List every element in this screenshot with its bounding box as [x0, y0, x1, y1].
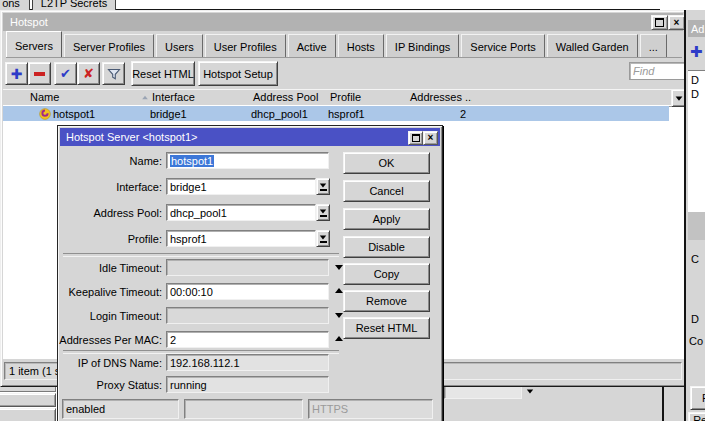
hotspot-server-dialog: Hotspot Server <hotspot1> × Name: hotspo…	[57, 125, 443, 421]
close-button[interactable]: ×	[668, 15, 685, 30]
profile-dropdown-button[interactable]	[316, 230, 330, 247]
fragment-strip	[0, 408, 56, 421]
status-text: enabled	[66, 403, 105, 415]
proxy-status-label: Proxy Status:	[58, 376, 162, 393]
dialog-maximize-button[interactable]	[408, 131, 423, 145]
column-label: Name	[30, 91, 59, 103]
disable-button[interactable]: ✘	[77, 62, 100, 85]
idle-timeout-toggle-icon[interactable]	[335, 265, 343, 270]
right-panel-list: D D	[688, 70, 705, 231]
profile-label: Profile:	[58, 230, 162, 247]
cross-icon: ✘	[83, 66, 94, 81]
proxy-status-value: running	[166, 376, 329, 393]
tab-label: User Profiles	[214, 41, 277, 53]
toolbar: ✚ ✔ ✘ Reset HTML Hotspot Setup	[1, 59, 687, 89]
hotspot-setup-button[interactable]: Hotspot Setup	[198, 61, 278, 86]
disable-button[interactable]: Disable	[343, 236, 430, 258]
tab-users[interactable]: Users	[156, 34, 203, 57]
address-pool-input[interactable]: dhcp_pool1	[166, 204, 316, 221]
chevron-down-icon	[320, 183, 326, 187]
maximize-button[interactable]	[651, 15, 668, 30]
tab-hosts[interactable]: Hosts	[338, 34, 384, 57]
window-titlebar[interactable]: Hotspot	[3, 13, 683, 31]
tab-label: Active	[297, 41, 327, 53]
tab-servers[interactable]: Servers	[6, 31, 62, 57]
addresses-per-mac-toggle-icon[interactable]	[335, 336, 343, 341]
column-label: Address Pool	[253, 91, 318, 103]
add-button[interactable]: ✚	[5, 62, 28, 85]
interface-dropdown-button[interactable]	[316, 178, 330, 195]
tab-ip-bindings[interactable]: IP Bindings	[386, 34, 459, 57]
header-cell-name[interactable]: Name	[26, 89, 153, 105]
copy-button[interactable]: Copy	[343, 263, 430, 285]
header-cell-interface[interactable]: Interface	[148, 89, 254, 105]
tab-active[interactable]: Active	[288, 34, 336, 57]
header-cell-profile[interactable]: Profile	[326, 89, 411, 105]
tab-walled-garden[interactable]: Walled Garden	[547, 34, 638, 57]
button-label: Copy	[374, 268, 400, 280]
header-cell-address-pool[interactable]: Address Pool	[249, 89, 331, 105]
tab-more[interactable]: ...	[640, 34, 667, 57]
table-row[interactable]: hotspot1 bridge1 dhcp_pool1 hsprof1 2	[3, 106, 669, 121]
field-label: Name:	[130, 155, 162, 167]
remove-button[interactable]	[28, 62, 51, 85]
fragment-text: D	[691, 313, 699, 325]
maximize-icon	[655, 18, 664, 27]
find-input[interactable]	[629, 62, 686, 80]
addresses-per-mac-label: Addresses Per MAC:	[58, 331, 162, 348]
right-panel-titlebar: Ad	[688, 20, 705, 37]
dialog-close-button[interactable]: ×	[423, 131, 438, 145]
reset-html-button[interactable]: Reset HTML	[131, 61, 195, 86]
list-item[interactable]: D	[688, 86, 705, 100]
interface-label: Interface:	[58, 178, 162, 195]
chevron-down-icon	[676, 96, 683, 100]
tab-label: Server Profiles	[73, 41, 145, 53]
button-label: Rese	[693, 414, 705, 421]
header-cell-addresses[interactable]: Addresses ...	[406, 89, 477, 105]
field-label: IP of DNS Name:	[78, 357, 162, 369]
header-cell-filler	[472, 89, 675, 105]
button-label: Remove	[366, 295, 407, 307]
addresses-per-mac-input[interactable]: 2	[166, 331, 329, 348]
tab-user-profiles[interactable]: User Profiles	[205, 34, 286, 57]
filter-button[interactable]	[102, 62, 125, 85]
keepalive-timeout-toggle-icon[interactable]	[335, 288, 343, 293]
chevron-down-icon	[527, 389, 533, 393]
remove-icon	[34, 72, 45, 76]
name-input[interactable]: hotspot1	[166, 152, 329, 169]
keepalive-timeout-input[interactable]: 00:00:10	[166, 283, 329, 300]
idle-timeout-input[interactable]	[166, 259, 329, 276]
sort-ascending-icon	[142, 95, 148, 99]
field-value: bridge1	[170, 181, 207, 193]
background-combobox[interactable]	[444, 385, 522, 399]
address-pool-dropdown-button[interactable]	[316, 204, 330, 221]
tab-server-profiles[interactable]: Server Profiles	[64, 34, 154, 57]
cell-interface: bridge1	[150, 108, 187, 120]
add-icon[interactable]: ✚	[690, 43, 703, 61]
status-enabled: enabled	[62, 399, 179, 419]
tab-label: Users	[165, 41, 194, 53]
remove-button[interactable]: Remove	[343, 290, 430, 312]
background-button-fragment[interactable]: R	[690, 386, 705, 410]
interface-input[interactable]: bridge1	[166, 178, 316, 195]
background-button-fragment[interactable]: Rese	[688, 412, 705, 421]
dialog-titlebar[interactable]: Hotspot Server <hotspot1>	[60, 128, 440, 146]
login-timeout-input[interactable]	[166, 307, 329, 324]
field-label: Idle Timeout:	[99, 262, 162, 274]
profile-input[interactable]: hsprof1	[166, 230, 316, 247]
field-value: 192.168.112.1	[170, 357, 240, 369]
ok-button[interactable]: OK	[343, 152, 430, 174]
tab-service-ports[interactable]: Service Ports	[461, 34, 544, 57]
reset-html-button[interactable]: Reset HTML	[343, 317, 430, 339]
list-item[interactable]: D	[688, 71, 705, 86]
cancel-button[interactable]: Cancel	[343, 180, 430, 202]
background-tab-label: ons	[2, 0, 20, 9]
dropdown-bar	[320, 241, 327, 243]
field-label: Interface:	[116, 181, 162, 193]
field-value: 2	[170, 334, 176, 346]
close-icon: ×	[674, 18, 680, 28]
column-label: Profile	[330, 91, 361, 103]
enable-button[interactable]: ✔	[54, 62, 77, 85]
apply-button[interactable]: Apply	[343, 208, 430, 230]
login-timeout-toggle-icon[interactable]	[335, 313, 343, 318]
